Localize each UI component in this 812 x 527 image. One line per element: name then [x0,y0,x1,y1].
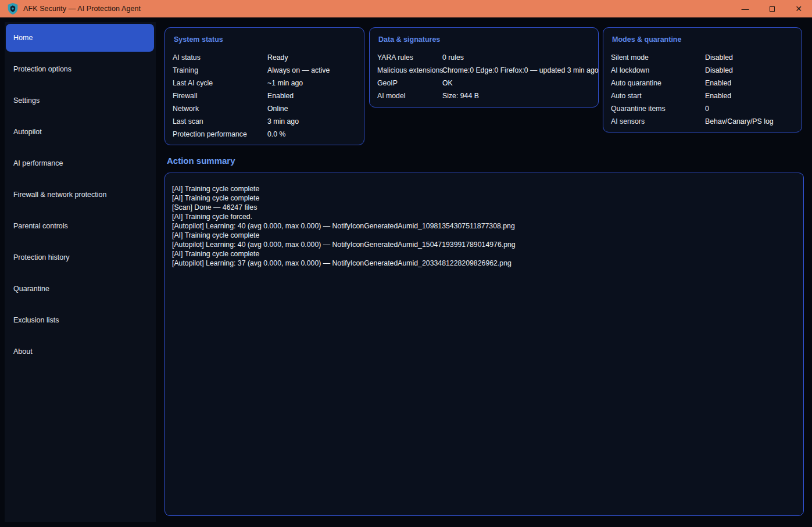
maximize-icon [770,6,775,12]
row-label: AI status [173,53,267,62]
card-title: Data & signatures [377,35,591,45]
sidebar-item-parental-controls[interactable]: Parental controls [6,212,154,240]
row-label: Protection performance [173,130,267,138]
log-line: [Scan] Done — 46247 files [172,203,796,212]
sidebar-item-firewall-network-protection[interactable]: Firewall & network protection [6,181,154,209]
row-value: 0 rules [442,53,591,62]
row-value: 0.0 % [267,130,356,138]
row-label: AI lockdown [611,66,705,74]
row-label: Silent mode [611,53,705,62]
row-value: 3 min ago [267,117,356,126]
status-row: Protection performance0.0 % [173,128,356,141]
status-row: Auto quarantineEnabled [611,77,794,89]
action-log[interactable]: [AI] Training cycle complete[AI] Trainin… [164,173,804,516]
status-row: Silent modeDisabled [611,51,794,64]
row-value: Online [267,105,356,113]
log-line: [Autopilot] Learning: 37 (avg 0.000, max… [172,259,796,268]
sidebar-nav: HomeProtection optionsSettingsAutopilotA… [6,24,154,369]
row-label: Malicious extensions [377,66,442,74]
row-label: AI model [377,92,442,100]
row-value: Enabled [705,79,794,87]
sidebar-item-ai-performance[interactable]: AI performance [6,149,154,177]
sidebar-item-protection-history[interactable]: Protection history [6,243,154,271]
sidebar-item-home[interactable]: Home [6,24,154,52]
row-label: Last scan [173,117,267,126]
row-value: Ready [267,53,356,62]
row-value: Disabled [705,53,794,62]
sidebar-item-quarantine[interactable]: Quarantine [6,275,154,303]
row-value: Enabled [267,92,356,100]
sidebar-item-about[interactable]: About [6,338,154,365]
action-summary-heading: Action summary [167,156,235,166]
status-row: YARA rules0 rules [377,51,591,64]
status-row: Malicious extensionsChrome:0 Edge:0 Fire… [377,64,591,77]
status-row: Last scan3 min ago [173,115,356,128]
close-button[interactable]: ✕ [785,0,812,17]
row-value: 0 [705,105,794,113]
minimize-icon: — [742,5,749,13]
sidebar-item-exclusion-lists[interactable]: Exclusion lists [6,306,154,334]
log-line: [Autopilot] Learning: 40 (avg 0.000, max… [172,240,796,249]
card-rows: Silent modeDisabledAI lockdownDisabledAu… [611,51,794,128]
window-title: AFK Security — AI Protection Agent [23,5,141,13]
card-system-status: System status AI statusReadyTrainingAlwa… [164,27,364,145]
log-line: [AI] Training cycle complete [172,193,796,203]
card-title: System status [173,35,356,45]
row-label: Auto quarantine [611,79,705,87]
log-line: [AI] Training cycle complete [172,184,796,193]
row-value: Size: 944 B [442,92,591,100]
status-row: AI sensorsBehav/Canary/PS log [611,115,794,128]
log-line: [AI] Training cycle complete [172,231,796,240]
maximize-button[interactable] [759,0,785,17]
row-label: Last AI cycle [173,79,267,87]
titlebar: AFK Security — AI Protection Agent — ✕ [0,0,812,17]
row-value: OK [442,79,591,87]
row-label: GeoIP [377,79,442,87]
window-controls: — ✕ [732,0,812,17]
row-label: Auto start [611,92,705,100]
card-modes-quarantine: Modes & quarantine Silent modeDisabledAI… [603,27,802,132]
status-row: AI statusReady [173,51,356,64]
row-label: Quarantine items [611,105,705,113]
row-value: Behav/Canary/PS log [705,117,794,126]
card-title: Modes & quarantine [611,35,794,45]
row-label: Network [173,105,267,113]
sidebar-item-autopilot[interactable]: Autopilot [6,118,154,146]
status-row: AI modelSize: 944 B [377,89,591,102]
status-row: AI lockdownDisabled [611,64,794,77]
log-line: [Autopilot] Learning: 40 (avg 0.000, max… [172,221,796,231]
status-row: GeoIPOK [377,77,591,89]
log-line: [AI] Training cycle forced. [172,212,796,221]
status-row: Last AI cycle~1 min ago [173,77,356,89]
status-row: FirewallEnabled [173,89,356,102]
row-value: Disabled [705,66,794,74]
sidebar-item-settings[interactable]: Settings [6,87,154,114]
row-value: ~1 min ago [267,79,356,87]
close-icon: ✕ [795,5,802,13]
row-value: Always on — active [267,66,356,74]
status-row: Quarantine items0 [611,102,794,115]
app-shield-icon [7,2,19,15]
row-value: Chrome:0 Edge:0 Firefox:0 — updated 3 mi… [442,66,599,74]
card-rows: YARA rules0 rulesMalicious extensionsChr… [377,51,591,102]
log-line: [AI] Training cycle complete [172,249,796,259]
row-label: YARA rules [377,53,442,62]
status-row: NetworkOnline [173,102,356,115]
sidebar-item-protection-options[interactable]: Protection options [6,55,154,83]
card-data-signatures: Data & signatures YARA rules0 rulesMalic… [369,27,599,107]
row-label: Training [173,66,267,74]
status-row: Auto startEnabled [611,89,794,102]
row-label: AI sensors [611,117,705,126]
status-row: TrainingAlways on — active [173,64,356,77]
card-rows: AI statusReadyTrainingAlways on — active… [173,51,356,141]
row-label: Firewall [173,92,267,100]
row-value: Enabled [705,92,794,100]
minimize-button[interactable]: — [732,0,759,17]
